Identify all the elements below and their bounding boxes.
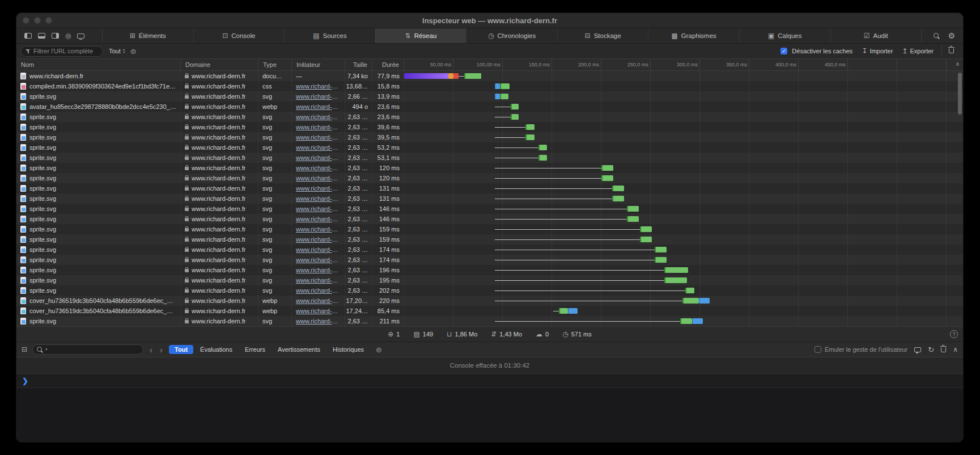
initiator-link[interactable]: www.richard-d… xyxy=(296,205,341,212)
tab-storage[interactable]: ⊟Stockage xyxy=(557,28,648,43)
table-row[interactable]: www.richard-dern.frwww.richard-dern.frdo… xyxy=(16,71,963,81)
initiator-link[interactable]: www.richard-d… xyxy=(296,216,341,222)
tab-timelines[interactable]: ◷Chronologies xyxy=(466,28,557,43)
console-search-field[interactable]: ▾ xyxy=(32,344,143,355)
initiator-link[interactable]: www.richard-d… xyxy=(296,144,341,151)
console-messages-icon[interactable] xyxy=(914,347,921,352)
emulate-gesture-toggle[interactable]: Émuler le geste de l'utilisateur xyxy=(814,346,907,353)
table-row[interactable]: cover_hu736519dc3b5040cfa48b6b559b6de6ec… xyxy=(16,306,963,316)
tab-layers[interactable]: ▣Calques xyxy=(739,28,830,43)
close-button[interactable] xyxy=(23,17,29,24)
initiator-link[interactable]: www.richard-d… xyxy=(296,246,341,253)
initiator-link[interactable]: www.richard-d… xyxy=(296,83,341,90)
table-row[interactable]: sprite.svgwww.richard-dern.frsvgwww.rich… xyxy=(16,132,963,142)
url-filter-input[interactable] xyxy=(33,48,98,54)
zoom-button[interactable] xyxy=(45,17,52,24)
table-row[interactable]: sprite.svgwww.richard-dern.frsvgwww.rich… xyxy=(16,112,963,122)
emulate-gesture-checkbox[interactable] xyxy=(814,346,821,353)
table-row[interactable]: sprite.svgwww.richard-dern.frsvgwww.rich… xyxy=(16,214,963,224)
table-row[interactable]: sprite.svgwww.richard-dern.frsvgwww.rich… xyxy=(16,285,963,296)
initiator-link[interactable]: www.richard-d… xyxy=(296,256,341,263)
table-row[interactable]: sprite.svgwww.richard-dern.frsvgwww.rich… xyxy=(16,316,963,326)
import-button[interactable]: ↧ Importer xyxy=(862,47,893,55)
disable-caches-checkbox[interactable]: ✓ xyxy=(780,48,787,54)
tab-sources[interactable]: ▤Sources xyxy=(284,28,375,43)
clear-network-button[interactable] xyxy=(941,45,960,57)
console-tab-évaluations[interactable]: Évaluations xyxy=(194,345,238,354)
reload-icon[interactable]: ↻ xyxy=(928,346,934,353)
initiator-link[interactable]: www.richard-d… xyxy=(296,103,341,110)
initiator-link[interactable]: www.richard-d… xyxy=(296,154,341,161)
column-header-1[interactable]: Domaine xyxy=(181,59,258,70)
initiator-link[interactable]: www.richard-d… xyxy=(296,307,341,314)
initiator-link[interactable]: www.richard-d… xyxy=(296,195,341,202)
device-display-icon[interactable] xyxy=(77,33,84,39)
help-button[interactable]: ? xyxy=(950,330,958,338)
initiator-link[interactable]: www.richard-d… xyxy=(296,277,341,284)
console-tab-tout[interactable]: Tout xyxy=(169,345,193,354)
column-header-2[interactable]: Type xyxy=(258,59,292,70)
url-filter-field[interactable] xyxy=(20,46,103,57)
console-drawer-icon[interactable]: ⊟ xyxy=(22,346,27,353)
table-row[interactable]: sprite.svgwww.richard-dern.frsvgwww.rich… xyxy=(16,122,963,132)
table-row[interactable]: sprite.svgwww.richard-dern.frsvgwww.rich… xyxy=(16,275,963,285)
console-tab-avertissements[interactable]: Avertissements xyxy=(272,345,326,354)
console-options-icon[interactable]: ⊜ xyxy=(376,346,382,354)
table-row[interactable]: sprite.svgwww.richard-dern.frsvgwww.rich… xyxy=(16,173,963,183)
initiator-link[interactable]: www.richard-d… xyxy=(296,93,341,100)
table-row[interactable]: cover_hu736519dc3b5040cfa48b6b559b6de6ec… xyxy=(16,296,963,306)
element-picker-icon[interactable]: ◎ xyxy=(65,32,71,39)
gear-icon[interactable]: ⚙ xyxy=(948,32,955,40)
scrollbar-thumb[interactable] xyxy=(958,73,962,115)
initiator-link[interactable]: www.richard-d… xyxy=(296,113,341,120)
expand-console-icon[interactable]: ∧ xyxy=(953,346,958,353)
initiator-link[interactable]: www.richard-d… xyxy=(296,287,341,294)
table-row[interactable]: sprite.svgwww.richard-dern.frsvgwww.rich… xyxy=(16,224,963,234)
clear-console-icon[interactable] xyxy=(941,347,946,352)
dock-bottom-icon[interactable] xyxy=(38,33,45,39)
column-header-5[interactable]: Durée xyxy=(372,59,404,70)
tab-elements[interactable]: ⊞Éléments xyxy=(103,28,193,43)
table-row[interactable]: sprite.svgwww.richard-dern.frsvgwww.rich… xyxy=(16,204,963,214)
type-scope-dropdown[interactable]: Tout ▴▾ xyxy=(109,48,125,54)
tab-console[interactable]: ⊡Console xyxy=(193,28,285,43)
dock-right-icon[interactable] xyxy=(52,33,59,39)
table-row[interactable]: sprite.svgwww.richard-dern.frsvgwww.rich… xyxy=(16,142,963,153)
filter-options-icon[interactable]: ⊜ xyxy=(130,47,137,56)
table-row[interactable]: sprite.svgwww.richard-dern.frsvgwww.rich… xyxy=(16,91,963,102)
console-prompt[interactable]: ❯ xyxy=(16,374,963,388)
table-row[interactable]: sprite.svgwww.richard-dern.frsvgwww.rich… xyxy=(16,163,963,173)
dock-left-icon[interactable] xyxy=(24,33,32,39)
initiator-link[interactable]: www.richard-d… xyxy=(296,165,341,171)
export-button[interactable]: ↥ Exporter xyxy=(902,47,934,55)
chevron-up-icon[interactable]: ∧ xyxy=(956,61,960,67)
column-header-0[interactable]: Nom xyxy=(16,59,181,70)
console-tab-historiques[interactable]: Historiques xyxy=(327,345,370,354)
initiator-link[interactable]: www.richard-d… xyxy=(296,134,341,141)
tab-audit[interactable]: ☑Audit xyxy=(830,28,922,43)
initiator-link[interactable]: www.richard-d… xyxy=(296,175,341,182)
table-row[interactable]: sprite.svgwww.richard-dern.frsvgwww.rich… xyxy=(16,234,963,245)
initiator-link[interactable]: www.richard-d… xyxy=(296,185,341,192)
initiator-link[interactable]: www.richard-d… xyxy=(296,297,341,304)
column-header-4[interactable]: Taille xyxy=(345,59,372,70)
initiator-link[interactable]: www.richard-d… xyxy=(296,124,341,130)
initiator-link[interactable]: www.richard-d… xyxy=(296,318,341,325)
console-tab-erreurs[interactable]: Erreurs xyxy=(239,345,271,354)
table-row[interactable]: sprite.svgwww.richard-dern.frsvgwww.rich… xyxy=(16,183,963,193)
table-row[interactable]: avatar_hu85ecc3e298728880b0bde2dcc4e5c23… xyxy=(16,102,963,112)
search-icon[interactable] xyxy=(934,33,940,39)
column-header-3[interactable]: Initiateur xyxy=(292,59,345,70)
minimize-button[interactable] xyxy=(34,17,41,24)
table-row[interactable]: sprite.svgwww.richard-dern.frsvgwww.rich… xyxy=(16,265,963,275)
initiator-link[interactable]: www.richard-d… xyxy=(296,267,341,273)
table-row[interactable]: sprite.svgwww.richard-dern.frsvgwww.rich… xyxy=(16,255,963,265)
previous-result-button[interactable]: ‹ xyxy=(149,346,154,354)
table-row[interactable]: sprite.svgwww.richard-dern.frsvgwww.rich… xyxy=(16,193,963,204)
table-row[interactable]: sprite.svgwww.richard-dern.frsvgwww.rich… xyxy=(16,245,963,255)
initiator-link[interactable]: www.richard-d… xyxy=(296,226,341,233)
initiator-link[interactable]: www.richard-d… xyxy=(296,236,341,243)
tab-graphics[interactable]: ▩Graphismes xyxy=(648,28,739,43)
table-row[interactable]: sprite.svgwww.richard-dern.frsvgwww.rich… xyxy=(16,153,963,163)
next-result-button[interactable]: › xyxy=(159,346,164,354)
